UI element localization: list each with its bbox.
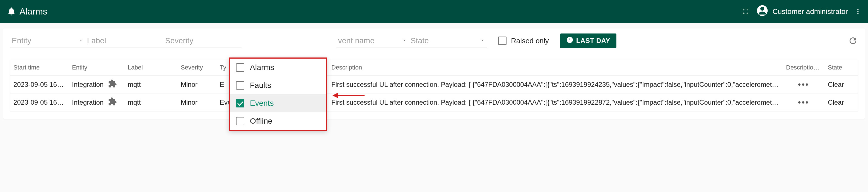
- cell-label: mqtt: [124, 81, 177, 89]
- eventname-label: vent name: [338, 36, 375, 45]
- raised-only-checkbox[interactable]: Raised only: [498, 37, 549, 45]
- entity-label: Entity: [12, 36, 31, 45]
- cell-severity: Minor: [177, 98, 216, 106]
- checkbox-icon: [498, 37, 506, 45]
- label-placeholder: Label: [87, 36, 106, 45]
- top-bar: Alarms Customer administrator: [0, 0, 868, 23]
- col-label: Label: [124, 64, 177, 71]
- table-row[interactable]: 2023-09-05 16:18:44IntegrationmqttMinorE…: [10, 93, 858, 111]
- col-state: State: [825, 64, 858, 71]
- last-day-label: LAST DAY: [576, 37, 610, 45]
- chevron-down-icon: [402, 36, 407, 45]
- state-select[interactable]: State: [409, 34, 487, 47]
- table-header: Start time Entity Label Severity Ty Desc…: [10, 60, 858, 75]
- annotation-arrow: [333, 90, 366, 101]
- cell-details-button[interactable]: •••: [783, 80, 825, 89]
- col-severity: Severity: [177, 64, 216, 71]
- alarms-table: Start time Entity Label Severity Ty Desc…: [10, 60, 858, 111]
- col-details: Description details: [783, 64, 825, 71]
- entity-select[interactable]: Entity: [10, 34, 85, 47]
- type-dropdown: AlarmsFaultsEventsOffline: [229, 58, 327, 131]
- type-option-offline[interactable]: Offline: [230, 112, 326, 130]
- cell-entity: Integration: [69, 79, 124, 90]
- svg-point-2: [858, 11, 859, 12]
- chevron-down-icon: [480, 36, 485, 45]
- checkbox-icon: [236, 63, 244, 72]
- type-option-label: Events: [250, 99, 274, 108]
- cell-entity: Integration: [69, 97, 124, 108]
- raised-only-label: Raised only: [511, 37, 549, 45]
- page-title-text: Alarms: [20, 6, 48, 17]
- type-option-label: Offline: [250, 117, 272, 126]
- refresh-button[interactable]: [848, 36, 858, 46]
- kebab-menu-icon[interactable]: [855, 7, 861, 15]
- checkbox-icon: [236, 99, 244, 107]
- page-title: Alarms: [7, 6, 48, 17]
- bell-icon: [7, 7, 16, 16]
- label-input[interactable]: Label: [85, 34, 163, 47]
- type-option-label: Faults: [250, 81, 271, 90]
- table-row[interactable]: 2023-09-05 16:18:44IntegrationmqttMinorE…: [10, 75, 858, 93]
- type-option-alarms[interactable]: Alarms: [230, 59, 326, 76]
- cell-details-button[interactable]: •••: [783, 98, 825, 107]
- type-option-label: Alarms: [250, 63, 274, 72]
- severity-label: Severity: [165, 36, 193, 45]
- user-name: Customer administrator: [773, 7, 848, 16]
- checkbox-icon: [236, 81, 244, 90]
- puzzle-icon: [108, 79, 117, 90]
- fullscreen-icon[interactable]: [741, 7, 750, 15]
- puzzle-icon: [108, 97, 117, 108]
- clock-icon: [566, 36, 574, 45]
- dots-icon: •••: [798, 98, 809, 107]
- last-day-button[interactable]: LAST DAY: [560, 33, 616, 48]
- user-menu[interactable]: Customer administrator: [756, 5, 848, 19]
- dots-icon: •••: [798, 80, 809, 89]
- chevron-down-icon: [78, 36, 84, 45]
- svg-marker-5: [333, 93, 338, 98]
- col-entity: Entity: [69, 64, 124, 71]
- cell-severity: Minor: [177, 81, 216, 89]
- cell-description: First successful UL after connection. Pa…: [328, 81, 783, 89]
- type-option-events[interactable]: Events: [230, 94, 326, 112]
- svg-point-1: [858, 9, 859, 10]
- event-name-select[interactable]: vent name: [336, 34, 409, 47]
- filter-bar: Entity Label Severity vent name State Ra…: [3, 29, 865, 119]
- user-avatar-icon: [756, 5, 768, 19]
- checkbox-icon: [236, 117, 244, 125]
- svg-point-3: [858, 13, 859, 14]
- col-start-time: Start time: [10, 64, 69, 71]
- cell-description: First successful UL after connection. Pa…: [328, 98, 783, 106]
- state-label: State: [410, 36, 429, 45]
- type-option-faults[interactable]: Faults: [230, 76, 326, 94]
- cell-label: mqtt: [124, 98, 177, 106]
- cell-start-time: 2023-09-05 16:18:44: [10, 98, 69, 106]
- cell-start-time: 2023-09-05 16:18:44: [10, 81, 69, 89]
- cell-state: Clear: [825, 98, 858, 106]
- col-description: Description: [328, 64, 783, 71]
- severity-select[interactable]: Severity: [163, 34, 242, 47]
- cell-state: Clear: [825, 81, 858, 89]
